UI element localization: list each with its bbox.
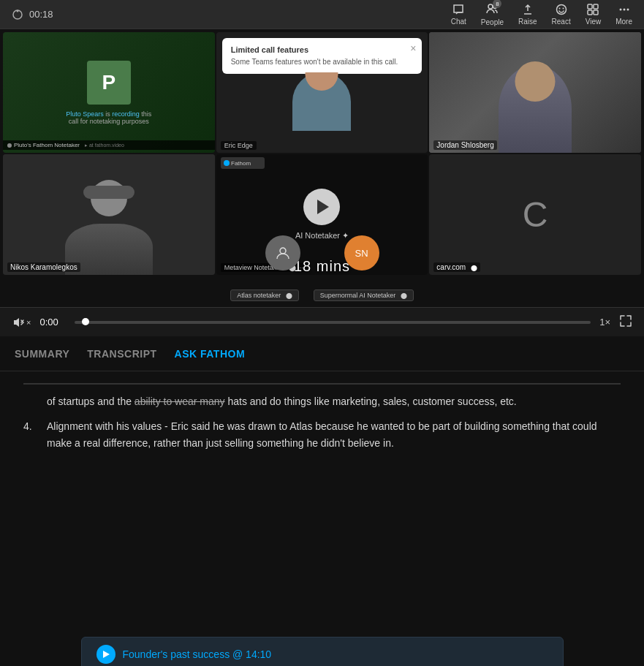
fullscreen-button[interactable] [619, 314, 632, 330]
notification-body: Some Teams features won't be available i… [231, 57, 414, 67]
view-label: View [586, 18, 602, 26]
chat-button[interactable]: Chat [451, 3, 466, 26]
svg-point-11 [619, 9, 621, 11]
raise-button[interactable]: Raise [518, 3, 537, 26]
list-item-continuation: of startups and the ability to wear many… [23, 393, 621, 409]
tab-ask-fathom[interactable]: ASK FATHOM [175, 345, 246, 363]
highlight-button[interactable]: Founder's past success @ 14:10 [81, 637, 564, 666]
svg-point-13 [626, 9, 629, 11]
mute-x: × [26, 318, 31, 327]
react-label: React [552, 18, 571, 26]
avatar-row: SN [0, 235, 644, 270]
top-bar-icons: Chat 8 People Raise [451, 2, 632, 26]
pluto-notetaker-label: Pluto's Fathom Notetaker ▸ at fathom.vid… [3, 140, 215, 150]
scroll-divider [23, 383, 621, 385]
svg-rect-9 [588, 10, 592, 15]
svg-rect-8 [594, 4, 598, 9]
list-item-4: 4. Alignment with his values - Eric said… [23, 418, 621, 451]
timer-display: 00:18 [29, 9, 53, 20]
svg-point-6 [562, 8, 564, 10]
notification-box: Limited call features Some Teams feature… [222, 38, 423, 74]
pluto-recording-notice: Pluto Spears is recording thiscall for n… [60, 110, 157, 125]
video-container: P Pluto Spears is recording thiscall for… [0, 29, 644, 307]
supernormal-notetaker-label: Supernormal AI Notetaker ⬤ [314, 290, 414, 301]
timer-icon [12, 9, 23, 20]
progress-bar[interactable] [75, 321, 591, 324]
progress-thumb [82, 318, 89, 325]
svg-point-15 [224, 160, 230, 166]
highlight-play-icon [96, 645, 115, 664]
tabs-bar: SUMMARY TRANSCRIPT ASK FATHOM [0, 336, 644, 371]
mute-button[interactable]: × [12, 316, 31, 329]
svg-rect-10 [594, 10, 598, 15]
notetaker-labels: Atlas notetaker ⬤ Supernormal AI Notetak… [0, 290, 644, 301]
more-icon [618, 3, 631, 16]
jordan-figure [429, 32, 641, 153]
raise-label: Raise [518, 18, 537, 26]
react-icon [555, 3, 568, 16]
svg-text:Fathom: Fathom [231, 160, 251, 167]
top-bar-left: 00:18 [12, 9, 53, 20]
people-label: People [481, 18, 504, 26]
chat-icon [452, 3, 465, 16]
svg-point-1 [17, 10, 19, 12]
more-button[interactable]: More [615, 3, 632, 26]
tab-transcript[interactable]: TRANSCRIPT [87, 345, 156, 363]
svg-point-12 [623, 9, 625, 11]
carv-avatar: C [523, 194, 548, 235]
item-text-4: Alignment with his values - Eric said he… [47, 418, 621, 451]
continuation-text: of startups and the ability to wear many… [47, 393, 517, 409]
react-button[interactable]: React [552, 3, 571, 26]
play-button[interactable] [303, 189, 340, 225]
more-label: More [615, 18, 632, 26]
video-cell-pluto: P Pluto Spears is recording thiscall for… [3, 32, 215, 153]
play-overlay[interactable]: AI Notetaker ✦ [295, 189, 349, 241]
chat-label: Chat [451, 18, 466, 26]
avatar-atlas [265, 235, 300, 270]
svg-point-17 [280, 248, 286, 254]
svg-point-5 [558, 8, 560, 10]
item-number-4: 4. [23, 418, 38, 451]
video-cell-jordan: Jordan Shlosberg [429, 32, 641, 153]
tab-summary[interactable]: SUMMARY [15, 345, 69, 363]
people-count-badge: 8 [493, 0, 501, 8]
raise-icon [521, 3, 534, 16]
pluto-avatar: P [87, 61, 131, 105]
eric-label: Eric Edge [221, 141, 257, 150]
jordan-label: Jordan Shlosberg [433, 140, 496, 150]
people-button[interactable]: 8 People [481, 2, 504, 26]
player-bar: × 0:00 1× [0, 307, 644, 336]
view-icon [586, 3, 599, 16]
highlight-text: Founder's past success @ 14:10 [123, 648, 272, 660]
svg-rect-7 [588, 4, 592, 9]
mute-icon [12, 316, 25, 329]
fullscreen-icon [619, 314, 632, 328]
content-area: of startups and the ability to wear many… [0, 371, 644, 631]
speed-button[interactable]: 1× [599, 317, 610, 328]
top-bar: 00:18 Chat 8 People [0, 0, 644, 29]
notification-close-button[interactable]: × [410, 42, 416, 54]
atlas-notetaker-label: Atlas notetaker ⬤ [230, 290, 299, 301]
time-display: 0:00 [39, 317, 66, 328]
avatar-sn: SN [344, 235, 379, 270]
view-button[interactable]: View [586, 3, 602, 26]
video-cell-eric: Limited call features Some Teams feature… [216, 32, 428, 153]
notification-title: Limited call features [231, 45, 414, 54]
highlight-bar: Founder's past success @ 14:10 [0, 631, 644, 666]
